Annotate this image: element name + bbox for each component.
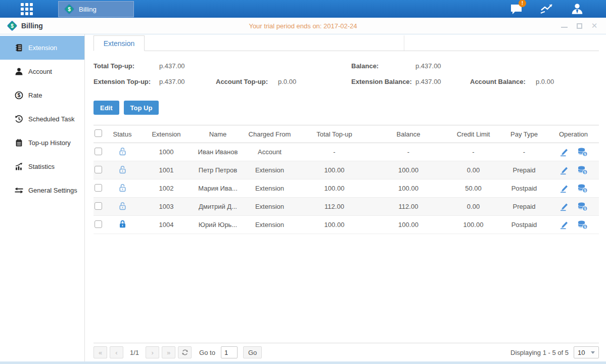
column-header: Total Top-up (298, 125, 370, 143)
column-header: Extension (138, 125, 195, 143)
coins-dollar-icon: $ (577, 202, 588, 211)
top-up-extension-button[interactable]: $ (577, 220, 588, 230)
taskbar-tab-label: Billing (79, 6, 97, 13)
column-header: Balance (370, 125, 446, 143)
person-icon (571, 3, 584, 16)
table-row[interactable]: 1001 Петр Петров Extension 100.00 100.00… (94, 161, 599, 179)
sidebar-item-general-settings[interactable]: General Settings (0, 178, 84, 202)
chevron-down-icon (591, 351, 595, 354)
edit-extension-button[interactable] (559, 220, 569, 230)
page-title: Billing (21, 22, 43, 30)
notification-badge: ! (519, 0, 526, 7)
table-row[interactable]: 1004 Юрий Юрь... Extension 100.00 100.00… (94, 216, 599, 234)
top-up-extension-button[interactable]: $ (577, 165, 588, 175)
column-header: Credit Limit (446, 125, 500, 143)
tab-extension[interactable]: Extension (94, 35, 145, 51)
extension-balance-value: p.437.00 (415, 78, 441, 85)
edit-extension-button[interactable] (559, 202, 569, 211)
sidebar-item-label: Statistics (28, 163, 55, 170)
total-topup-value: p.437.00 (159, 62, 185, 70)
titlebar: Billing Your trial period ends on: 2017-… (0, 18, 606, 34)
column-header: Operation (548, 125, 599, 143)
tab-strip: Extension (94, 34, 599, 51)
taskbar-billing-tab[interactable]: Billing (58, 1, 134, 17)
sliders-arrows-icon (15, 186, 23, 195)
pencil-icon (559, 165, 569, 175)
sidebar-item-account[interactable]: Account (0, 60, 84, 83)
row-checkbox[interactable] (95, 202, 102, 210)
next-page-button[interactable]: › (146, 346, 159, 358)
close-icon[interactable]: ✕ (591, 22, 598, 29)
sidebar-item-label: Top-up History (28, 139, 71, 147)
row-checkbox[interactable] (95, 148, 102, 155)
displaying-text: Displaying 1 - 5 of 5 (510, 349, 569, 356)
sidebar-item-label: Scheduled Task (28, 115, 75, 123)
minimize-icon[interactable] (561, 24, 568, 28)
table-row[interactable]: 1003 Дмитрий Д... Extension 112.00 112.0… (94, 198, 599, 216)
table-row[interactable]: 1000 Иван Иванов Account - - - - (94, 143, 599, 161)
extension-topup-label: Extension Top-up: (94, 78, 151, 85)
user-button[interactable] (569, 3, 586, 16)
window-bottom-edge (0, 361, 606, 364)
pencil-icon (559, 184, 569, 193)
goto-page-input[interactable] (221, 346, 238, 358)
edit-button[interactable]: Edit (94, 101, 119, 115)
app-launcher-button[interactable] (0, 0, 53, 18)
column-header: Status (107, 125, 138, 143)
top-up-button[interactable]: Top Up (124, 101, 159, 115)
select-all-checkbox[interactable] (95, 129, 102, 137)
action-buttons: Edit Top Up (94, 101, 599, 115)
account-topup-label: Account Top-up: (216, 78, 268, 85)
last-page-button[interactable]: » (162, 346, 175, 358)
account-topup-value: p.0.00 (278, 78, 296, 85)
sidebar-item-rate[interactable]: $ Rate (0, 83, 84, 107)
titlebar-app: Billing (0, 20, 43, 31)
top-up-extension-button[interactable]: $ (577, 184, 588, 193)
sidebar-item-label: Extension (28, 44, 57, 52)
billing-title-icon (7, 20, 18, 31)
tab-strip-divider (404, 35, 404, 51)
table-row[interactable]: 1002 Мария Ива... Extension 100.00 100.0… (94, 179, 599, 198)
coins-dollar-icon: $ (577, 147, 588, 157)
top-up-extension-button[interactable]: $ (577, 147, 588, 157)
window-controls: ✕ (561, 22, 606, 29)
top-up-extension-button[interactable]: $ (577, 202, 588, 211)
grid-icon (19, 2, 34, 17)
sidebar-item-statistics[interactable]: Statistics (0, 155, 84, 178)
locked-icon (118, 219, 127, 229)
sidebar-item-scheduled-task[interactable]: Scheduled Task (0, 107, 84, 131)
edit-extension-button[interactable] (559, 165, 569, 175)
edit-extension-button[interactable] (559, 184, 569, 193)
unlocked-icon (118, 147, 127, 156)
first-page-button[interactable]: « (94, 346, 107, 358)
sidebar-item-extension[interactable]: Extension (0, 36, 84, 60)
edit-extension-button[interactable] (559, 147, 569, 157)
pagination-bar: « ‹ 1/1 › » Go to Go Displaying (94, 343, 599, 361)
page-size-select[interactable]: 10 (574, 346, 599, 358)
go-button[interactable]: Go (243, 346, 262, 358)
extension-table: StatusExtensionNameCharged FromTotal Top… (94, 125, 599, 234)
table-header-row: StatusExtensionNameCharged FromTotal Top… (94, 125, 599, 143)
column-header: Name (195, 125, 241, 143)
sidebar-item-label: General Settings (28, 187, 77, 194)
line-chart-icon (540, 3, 554, 15)
refresh-button[interactable] (178, 346, 192, 358)
notifications-button[interactable]: ! (508, 3, 525, 16)
reports-button[interactable] (538, 3, 555, 16)
row-checkbox[interactable] (95, 184, 102, 192)
row-checkbox[interactable] (95, 166, 102, 173)
balance-summary: Total Top-up: p.437.00 Balance: p.437.00… (94, 62, 599, 95)
sidebar: Extension Account $ Rate (0, 34, 85, 361)
prev-page-button[interactable]: ‹ (110, 346, 123, 358)
unlocked-icon (118, 183, 127, 193)
taskbar-right-icons: ! (508, 0, 606, 18)
dollar-coin-icon: $ (15, 91, 23, 100)
taskbar: Billing ! (0, 0, 606, 18)
sidebar-item-topup-history[interactable]: Top-up History (0, 131, 84, 155)
table-body: 1000 Иван Иванов Account - - - - (94, 143, 599, 234)
row-checkbox[interactable] (95, 220, 102, 228)
extension-topup-value: p.437.00 (159, 78, 185, 85)
maximize-icon[interactable] (577, 23, 582, 29)
pencil-icon (559, 202, 569, 211)
account-balance-value: p.0.00 (536, 78, 554, 85)
